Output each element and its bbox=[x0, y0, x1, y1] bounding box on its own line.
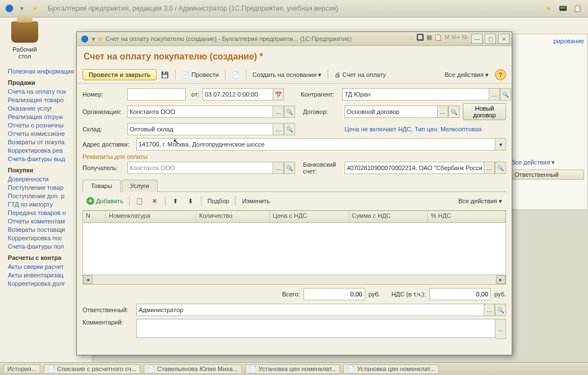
col-price[interactable]: Цена с НДС bbox=[270, 211, 349, 222]
horizontal-scrollbar[interactable]: ◂ ▸ bbox=[83, 275, 506, 284]
dropdown-icon[interactable]: ▾ bbox=[495, 138, 506, 150]
comment-field[interactable] bbox=[136, 319, 495, 338]
sidebar-item[interactable]: Поступление товар bbox=[8, 184, 82, 191]
grid-all-actions[interactable]: Все действия ▾ bbox=[456, 196, 504, 206]
sidebar-item[interactable]: Реализация товаро bbox=[8, 97, 82, 103]
col-nomenclature[interactable]: Номенклатура bbox=[106, 211, 196, 222]
select-icon[interactable]: … bbox=[484, 304, 495, 316]
contractor-field[interactable] bbox=[342, 88, 489, 100]
select-icon[interactable]: … bbox=[273, 106, 284, 118]
save-icon[interactable]: 💾 bbox=[158, 68, 172, 81]
bank-field[interactable] bbox=[344, 162, 484, 174]
tool-icon[interactable]: 🔲 bbox=[416, 34, 424, 44]
grid-body[interactable] bbox=[83, 223, 506, 282]
search-icon[interactable]: 🔍 bbox=[500, 88, 511, 100]
sidebar-item[interactable]: Корректировка долг bbox=[8, 280, 82, 287]
close-icon[interactable]: ✕ bbox=[498, 34, 509, 44]
taskbar-item[interactable]: 📄Списание с расчетного сч... bbox=[44, 364, 140, 374]
move-down-icon[interactable]: ⬇ bbox=[184, 195, 197, 207]
org-field[interactable] bbox=[127, 106, 273, 118]
search-icon[interactable]: 🔍 bbox=[284, 106, 295, 118]
history-button[interactable]: История... bbox=[3, 364, 40, 373]
sidebar-item[interactable]: Отчеты комитентам bbox=[8, 218, 82, 225]
report-icon[interactable]: 📄 bbox=[229, 68, 242, 81]
cal-icon[interactable]: 📋 bbox=[434, 34, 442, 44]
grid-icon[interactable]: ▦ bbox=[426, 34, 432, 44]
receiver-field[interactable] bbox=[127, 162, 273, 174]
calendar-icon[interactable]: 📋 bbox=[572, 3, 583, 14]
sidebar-item[interactable]: Акты инвентаризац bbox=[8, 272, 82, 278]
sidebar-item[interactable]: Счета-фактуры пол bbox=[8, 243, 82, 250]
col-sum[interactable]: Сумма с НДС bbox=[349, 211, 428, 222]
calendar-icon[interactable]: 📅 bbox=[273, 88, 284, 100]
taskbar-item[interactable]: 📄Установка цен номенклат... bbox=[245, 364, 341, 374]
fav-icon[interactable]: ★ bbox=[543, 3, 554, 14]
sidebar-item[interactable]: Счета-фактуры выд bbox=[8, 156, 82, 162]
search-icon[interactable]: 🔍 bbox=[284, 123, 295, 135]
scroll-right-icon[interactable]: ▸ bbox=[496, 275, 506, 284]
maximize-icon[interactable]: ▢ bbox=[485, 34, 496, 44]
taskbar-item[interactable]: 📄Ставельянова Юлия Миха... bbox=[144, 364, 242, 374]
select-icon[interactable]: … bbox=[273, 162, 284, 174]
star-icon[interactable]: ★ bbox=[29, 3, 40, 14]
all-actions-right[interactable]: Все действия ▾ bbox=[511, 159, 584, 166]
print-invoice-button[interactable]: 🖨Счет на оплату bbox=[332, 70, 389, 79]
sidebar-item[interactable]: Отчеты о розничны bbox=[8, 122, 82, 129]
desktop-button[interactable]: Рабочий стол bbox=[11, 21, 38, 60]
sidebar-item[interactable]: Счета на оплату пок bbox=[8, 88, 82, 95]
sidebar-item[interactable]: Отчеты комиссионе bbox=[8, 130, 82, 137]
useful-info-link[interactable]: Полезная информация bbox=[8, 68, 82, 75]
number-field[interactable] bbox=[127, 88, 186, 100]
new-contract-button[interactable]: Новый договор bbox=[463, 103, 506, 120]
post-button[interactable]: 📄Провести bbox=[179, 70, 222, 80]
pick-button[interactable]: Подбор bbox=[205, 196, 232, 205]
search-icon[interactable]: 🔍 bbox=[284, 162, 295, 174]
help-icon[interactable]: ? bbox=[495, 69, 506, 80]
date-field[interactable] bbox=[203, 88, 273, 100]
items-grid[interactable]: N Номенклатура Количество Цена с НДС Сум… bbox=[82, 211, 506, 285]
all-actions-button[interactable]: Все действия ▾ bbox=[443, 70, 491, 80]
dropdown-icon[interactable]: ▾ bbox=[92, 35, 95, 43]
minimize-icon[interactable]: — bbox=[471, 34, 483, 44]
select-icon[interactable]: … bbox=[438, 106, 448, 118]
col-n[interactable]: N bbox=[83, 211, 106, 222]
sidebar-item[interactable]: ГТД по импорту bbox=[8, 201, 82, 208]
scroll-left-icon[interactable]: ◂ bbox=[83, 275, 93, 284]
add-row-button[interactable]: +Добавить bbox=[84, 196, 126, 206]
sidebar-item[interactable]: Поступление доп. р bbox=[8, 193, 82, 199]
sidebar-item[interactable]: Реализация отгруж bbox=[8, 113, 82, 120]
tab-goods[interactable]: Товары bbox=[82, 180, 121, 192]
sidebar-item[interactable]: Возвраты поставщи bbox=[8, 226, 82, 233]
sidebar-item[interactable]: Акты сверки расчет bbox=[8, 263, 82, 270]
dropdown-icon[interactable]: ▾ bbox=[16, 3, 27, 14]
taskbar-item[interactable]: 📄Установка цен номенклат... bbox=[343, 364, 439, 374]
search-icon[interactable]: 🔍 bbox=[448, 106, 460, 118]
copy-icon[interactable]: 📋 bbox=[133, 195, 146, 207]
warehouse-field[interactable] bbox=[127, 123, 273, 135]
delete-icon[interactable]: ✕ bbox=[148, 195, 162, 207]
responsible-field[interactable] bbox=[136, 304, 484, 316]
fav-icon[interactable]: ☆ bbox=[408, 34, 414, 44]
sidebar-item[interactable]: Корректировка пос bbox=[8, 235, 82, 241]
sidebar-item[interactable]: Оказание услуг bbox=[8, 105, 82, 112]
price-type-link[interactable]: Цена не включает НДС, Тип цен: Мелкоопто… bbox=[344, 126, 481, 132]
star-icon[interactable]: ★ bbox=[98, 35, 103, 43]
create-based-button[interactable]: Создать на основании ▾ bbox=[250, 70, 324, 80]
sidebar-item[interactable]: Корректировка реа bbox=[8, 147, 82, 154]
tab-services[interactable]: Услуги bbox=[122, 180, 158, 192]
col-qty[interactable]: Количество bbox=[196, 211, 270, 222]
contract-field[interactable] bbox=[344, 106, 438, 118]
change-button[interactable]: Изменить bbox=[239, 196, 273, 205]
search-icon[interactable]: 🔍 bbox=[495, 304, 506, 316]
calc-icon[interactable]: 📟 bbox=[557, 3, 568, 14]
post-and-close-button[interactable]: Провести и закрыть bbox=[82, 69, 157, 80]
move-up-icon[interactable]: ⬆ bbox=[169, 195, 182, 207]
address-field[interactable] bbox=[136, 138, 495, 150]
col-vat[interactable]: % НДС bbox=[428, 211, 506, 222]
select-icon[interactable]: … bbox=[495, 319, 506, 339]
select-icon[interactable]: … bbox=[273, 123, 284, 135]
sidebar-item[interactable]: Передача товаров н bbox=[8, 209, 82, 216]
select-icon[interactable]: … bbox=[489, 88, 500, 100]
sidebar-item[interactable]: Доверенности bbox=[8, 176, 82, 182]
admin-tab[interactable]: рирование bbox=[511, 38, 584, 44]
